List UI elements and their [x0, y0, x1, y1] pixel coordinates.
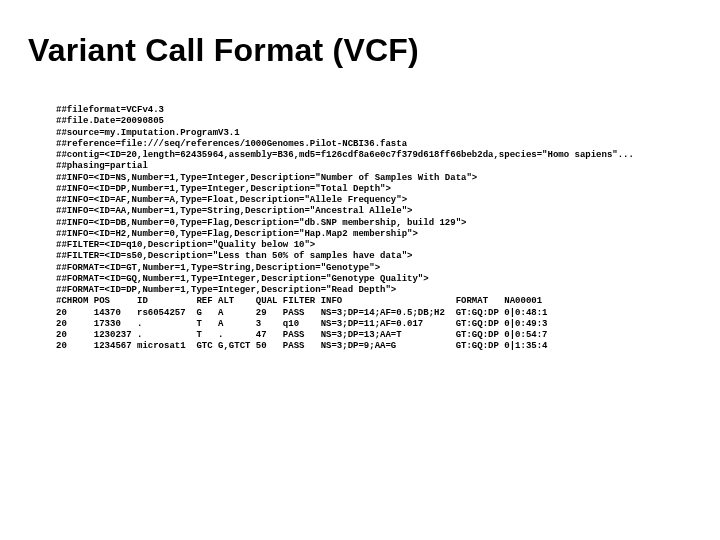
page-title: Variant Call Format (VCF) — [28, 32, 692, 69]
slide: Variant Call Format (VCF) ##fileformat=V… — [0, 0, 720, 540]
vcf-code-block: ##fileformat=VCFv4.3 ##file.Date=2009080… — [28, 105, 692, 353]
